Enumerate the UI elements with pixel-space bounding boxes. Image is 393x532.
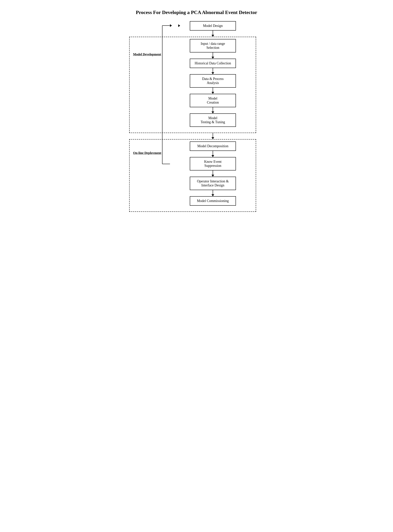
input-selection-box: Input / data range Selection — [190, 39, 236, 53]
model-testing-box: Model Testing & Tuning — [190, 113, 236, 127]
page: Process For Developing a PCA Abnormal Ev… — [125, 4, 268, 218]
page-title: Process For Developing a PCA Abnormal Ev… — [129, 10, 264, 15]
historical-data-box: Historical Data Collection — [190, 59, 236, 68]
online-deployment-label: On-line Deployment — [133, 151, 161, 155]
model-development-region: Model Development Input / data range Sel… — [129, 37, 256, 133]
know-event-box: Know Event Suppression — [190, 157, 236, 171]
model-development-label: Model Development — [133, 53, 161, 56]
online-deployment-region: On-line Deployment Model Decomposition K… — [129, 139, 256, 212]
data-process-box: Data & Process Analysis — [190, 74, 236, 88]
model-decomposition-box: Model Decomposition — [190, 142, 236, 151]
model-design-box: Model Design — [190, 21, 236, 30]
model-commissioning-box: Model Commissioning — [190, 196, 236, 206]
model-creation-box: Model Creation — [190, 94, 236, 107]
diagram-container: Model Design Model Development Input / d… — [129, 21, 256, 212]
operator-interaction-box: Operator Interaction & Interface Design — [190, 177, 236, 190]
